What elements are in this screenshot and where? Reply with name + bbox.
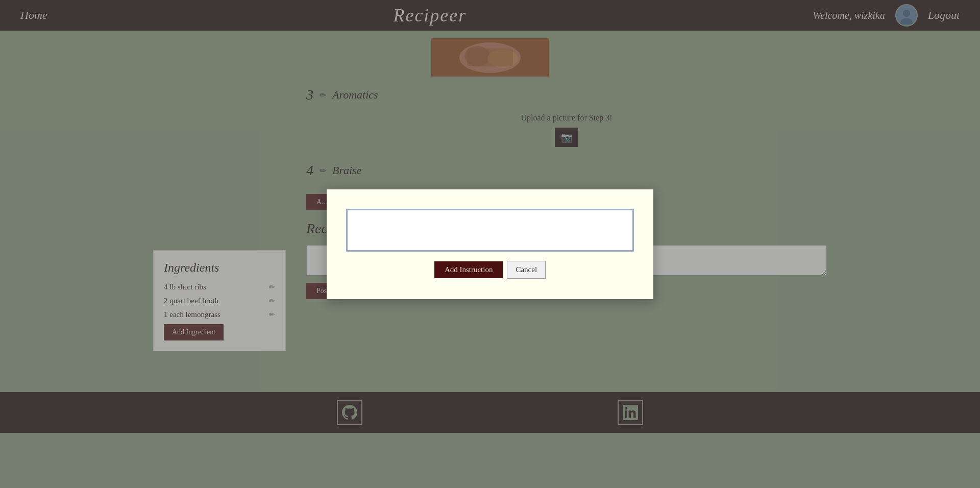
modal-buttons: Add Instruction Cancel bbox=[434, 261, 546, 279]
modal-instruction-textarea[interactable] bbox=[347, 210, 633, 251]
modal-overlay: Add Instruction Cancel bbox=[0, 0, 980, 488]
add-instruction-button[interactable]: Add Instruction bbox=[434, 261, 503, 278]
cancel-modal-button[interactable]: Cancel bbox=[507, 261, 546, 279]
modal-box: Add Instruction Cancel bbox=[327, 189, 653, 299]
